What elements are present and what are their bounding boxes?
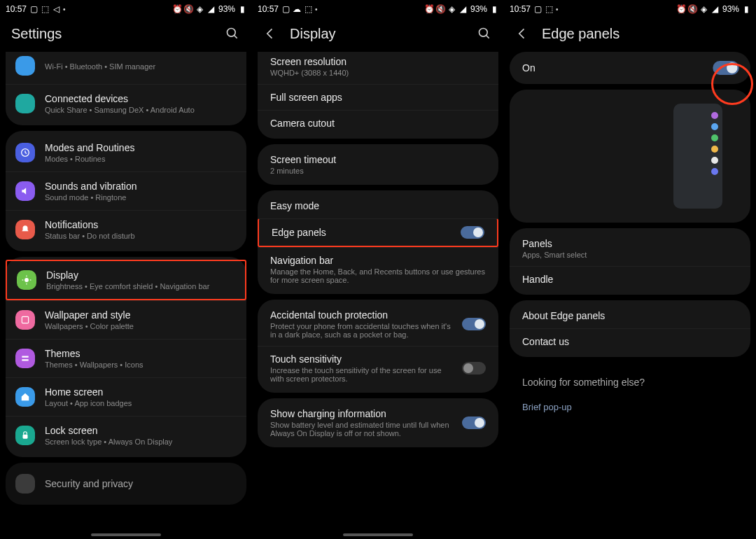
accidental-toggle[interactable]: [462, 318, 486, 330]
mute-icon: 🔇: [437, 5, 445, 13]
item-sub: 2 minutes: [270, 167, 486, 175]
back-button[interactable]: [263, 25, 280, 42]
item-label: Touch sensitivity: [270, 354, 452, 365]
wifi-icon: ◈: [700, 5, 708, 13]
item-label: About Edge panels: [522, 310, 738, 321]
on-label: On: [522, 62, 704, 74]
settings-item-themes[interactable]: Themes Themes • Wallpapers • Icons: [6, 339, 246, 377]
search-icon: [225, 27, 239, 41]
settings-group-security: Security and privacy: [6, 463, 246, 505]
item-label: Lock screen: [45, 425, 237, 436]
sensitivity-toggle[interactable]: [462, 362, 486, 374]
display-item-accidental[interactable]: Accidental touch protection Protect your…: [258, 302, 498, 346]
display-item-easy[interactable]: Easy mode: [258, 193, 498, 218]
edge-dot: [711, 112, 718, 119]
edge-on-row[interactable]: On: [510, 55, 750, 81]
item-sub: Screen lock type • Always On Display: [45, 438, 237, 446]
wifi-icon: [15, 56, 35, 76]
edge-group-about: About Edge panels Contact us: [510, 300, 750, 357]
item-label: Panels: [522, 238, 738, 249]
wifi-icon: ◈: [196, 5, 204, 13]
edge-panels-toggle[interactable]: [461, 226, 484, 239]
display-item-edge-panels[interactable]: Edge panels: [258, 218, 498, 247]
item-label: Screen timeout: [270, 154, 486, 165]
display-item-resolution[interactable]: Screen resolution WQHD+ (3088 x 1440): [258, 52, 498, 84]
item-sub: Layout • App icon badges: [45, 399, 237, 407]
display-item-navbar[interactable]: Navigation bar Manage the Home, Back, an…: [258, 247, 498, 291]
settings-item-modes[interactable]: Modes and Routines Modes • Routines: [6, 134, 246, 172]
more-icon: •: [556, 6, 559, 13]
more-icon: •: [63, 6, 66, 13]
settings-item-home[interactable]: Home screen Layout • App icon badges: [6, 377, 246, 416]
item-label: Camera cutout: [270, 118, 486, 129]
search-icon: [477, 27, 491, 41]
image-icon: ▢: [281, 5, 290, 13]
display-item-cutout[interactable]: Camera cutout: [258, 110, 498, 136]
status-time: 10:57: [258, 4, 279, 14]
item-label: Contact us: [522, 336, 738, 347]
modes-icon: [15, 143, 35, 162]
settings-group-connections-partial: Wi-Fi • Bluetooth • SIM manager Connecte…: [6, 52, 246, 125]
svg-rect-9: [23, 435, 28, 439]
settings-item-sounds[interactable]: Sounds and vibration Sound mode • Ringto…: [6, 172, 246, 210]
settings-item-wallpaper[interactable]: Wallpaper and style Wallpapers • Color p…: [6, 300, 246, 339]
settings-item-display[interactable]: Display Brightness • Eye comfort shield …: [6, 260, 246, 300]
sound-icon: [15, 181, 35, 201]
pane-display: 10:57 ▢ ☁ ⬚ • ⏰ 🔇 ◈ ◢ 93% ▮ Display Scre…: [252, 0, 504, 539]
edge-item-contact[interactable]: Contact us: [510, 328, 750, 354]
display-item-sensitivity[interactable]: Touch sensitivity Increase the touch sen…: [258, 346, 498, 390]
alarm-icon: ⏰: [678, 5, 686, 13]
edge-item-brief[interactable]: Brief pop-up: [510, 399, 750, 424]
edge-item-about[interactable]: About Edge panels: [510, 303, 750, 328]
edge-item-panels[interactable]: Panels Apps, Smart select: [510, 231, 750, 266]
themes-icon: [15, 349, 35, 368]
header: Display: [252, 18, 504, 46]
status-battery: 93%: [218, 4, 235, 14]
battery-icon: ▮: [742, 5, 750, 13]
settings-item-connections[interactable]: Wi-Fi • Bluetooth • SIM manager: [6, 52, 246, 84]
svg-line-11: [486, 36, 489, 38]
settings-item-lock[interactable]: Lock screen Screen lock type • Always On…: [6, 416, 246, 454]
item-sub: Apps, Smart select: [522, 251, 738, 259]
edge-dot: [711, 146, 718, 153]
status-battery: 93%: [470, 4, 487, 14]
charging-toggle[interactable]: [462, 416, 486, 429]
back-button[interactable]: [515, 25, 532, 42]
item-sub: Protect your phone from accidental touch…: [270, 322, 452, 339]
edge-dot: [711, 134, 718, 141]
chevron-left-icon: [515, 27, 529, 41]
scroll-indicator: [91, 533, 161, 536]
display-item-timeout[interactable]: Screen timeout 2 minutes: [258, 147, 498, 182]
settings-item-notifications[interactable]: Notifications Status bar • Do not distur…: [6, 210, 246, 248]
status-battery: 93%: [722, 4, 739, 14]
alarm-icon: ⏰: [174, 5, 182, 13]
edge-group-panels: Panels Apps, Smart select Handle: [510, 228, 750, 295]
display-item-fullscreen[interactable]: Full screen apps: [258, 84, 498, 110]
item-sub: Quick Share • Samsung DeX • Android Auto: [45, 106, 237, 114]
item-label: Sounds and vibration: [45, 181, 237, 192]
settings-item-connected-devices[interactable]: Connected devices Quick Share • Samsung …: [6, 84, 246, 122]
edge-master-toggle[interactable]: [713, 61, 738, 75]
wallpaper-icon: [15, 310, 35, 330]
edge-preview: [510, 90, 750, 223]
settings-item-security[interactable]: Security and privacy: [6, 465, 246, 502]
alarm-icon: ⏰: [426, 5, 434, 13]
svg-line-1: [234, 36, 237, 38]
image-icon: ▢: [533, 5, 542, 13]
signal-icon: ◢: [207, 5, 216, 13]
item-sub: Increase the touch sensitivity of the sc…: [270, 366, 452, 383]
looking-heading: Looking for something else?: [510, 365, 750, 399]
edge-dot: [711, 168, 718, 175]
svg-point-0: [227, 29, 236, 37]
search-button[interactable]: [224, 25, 241, 42]
edge-item-handle[interactable]: Handle: [510, 266, 750, 292]
item-label: Themes: [45, 348, 237, 359]
svg-point-3: [24, 278, 29, 282]
display-item-charging[interactable]: Show charging information Show battery l…: [258, 401, 498, 444]
page-title: Display: [290, 26, 476, 42]
status-bar: 10:57 ▢ ☁ ⬚ • ⏰ 🔇 ◈ ◢ 93% ▮: [252, 0, 504, 18]
item-label: Connected devices: [45, 93, 237, 104]
item-label: Easy mode: [270, 200, 486, 211]
search-button[interactable]: [476, 25, 493, 42]
mute-icon: 🔇: [185, 5, 193, 13]
